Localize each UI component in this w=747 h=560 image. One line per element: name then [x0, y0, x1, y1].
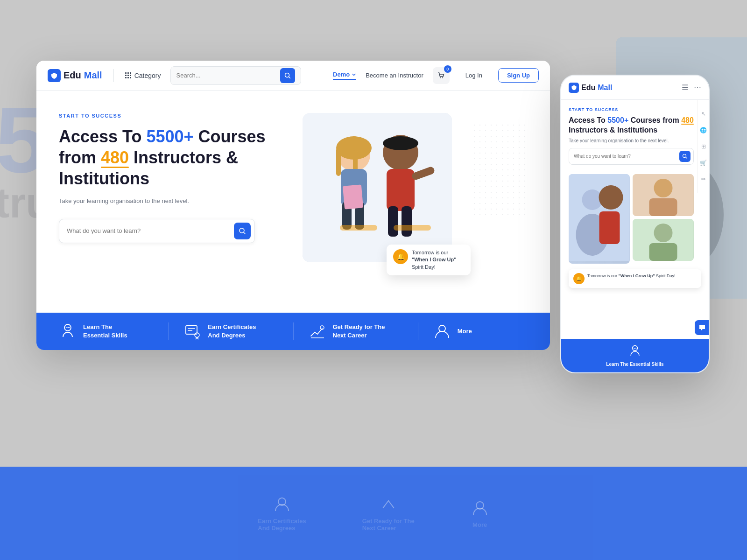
mobile-search-button[interactable] — [679, 151, 691, 162]
svg-point-39 — [654, 179, 673, 197]
desktop-window: EduMall Category Demo — [36, 61, 550, 350]
sidebar-pen-icon[interactable]: ✏ — [700, 175, 707, 183]
mobile-image-1 — [569, 174, 630, 264]
search-input[interactable] — [176, 72, 276, 79]
hero-search-button[interactable] — [234, 223, 251, 239]
svg-rect-28 — [186, 326, 197, 334]
svg-point-36 — [599, 185, 623, 210]
hero-subtitle: Take your learning organisation to the n… — [59, 196, 284, 206]
nav-links: Demo Become an Instructor 0 Log In Sign … — [333, 67, 539, 84]
hero-right: 🔔 Tomorrow is our "When I Grow Up" Spiri… — [303, 113, 528, 313]
bottom-bar-item-2: Earn CertificatesAnd Degrees — [169, 322, 293, 340]
brain-icon — [59, 322, 77, 340]
svg-rect-23 — [402, 206, 412, 237]
bottom-bar: Learn TheEssential Skills Earn Certifica… — [36, 313, 550, 350]
mobile-bottom-brain-icon — [628, 344, 641, 360]
bg-bar-item-1: Earn Certificates And Degrees — [258, 495, 306, 532]
notification-popup: 🔔 Tomorrow is our "When I Grow Up" Spiri… — [387, 245, 471, 275]
mobile-subtitle: Take your learning organisation to the n… — [569, 138, 694, 143]
hero-section: START TO SUCCESS Access To 5500+ Courses… — [36, 91, 550, 313]
mobile-image-2 — [633, 174, 694, 216]
bottom-bar-item-1: Learn TheEssential Skills — [59, 322, 169, 340]
mobile-hero-tag: START TO SUCCESS — [569, 107, 694, 112]
bottom-bar-item-3: Get Ready for TheNext Career — [294, 322, 418, 340]
mobile-notif-text: Tomorrow is our "When I Grow Up" Spirit … — [587, 273, 676, 279]
svg-rect-20 — [387, 169, 415, 211]
hero-search[interactable] — [59, 219, 255, 243]
dots-pattern — [472, 122, 528, 216]
svg-point-19 — [383, 136, 418, 150]
sidebar-globe-icon[interactable]: 🌐 — [700, 126, 707, 134]
signup-button[interactable]: Sign Up — [498, 68, 539, 83]
sidebar-cart-icon[interactable]: 🛒 — [700, 159, 707, 167]
mobile-search[interactable] — [569, 148, 694, 165]
nav-instructor[interactable]: Become an Instructor — [366, 72, 423, 79]
notification-bell-icon: 🔔 — [393, 249, 408, 264]
bottom-bar-item-4: More — [418, 322, 528, 340]
mobile-images — [561, 170, 709, 267]
mobile-notif-bell-icon: 🔔 — [573, 273, 585, 284]
certificate-icon — [183, 322, 201, 340]
svg-rect-37 — [599, 211, 620, 244]
hero-image — [303, 113, 452, 262]
notification-text: Tomorrow is our "When I Grow Up" Spirit … — [412, 249, 464, 271]
mobile-bottom-bar: Learn The Essential Skills — [561, 339, 709, 372]
nav-demo[interactable]: Demo — [333, 71, 356, 80]
mobile-chat-button[interactable] — [695, 320, 710, 335]
bg-bar-item-3: More — [471, 499, 489, 528]
svg-rect-22 — [388, 206, 398, 237]
sidebar-grid-icon[interactable]: ⊞ — [700, 143, 707, 150]
mobile-logo-icon — [569, 83, 579, 93]
mobile-hero-title: Access To 5500+ Courses from 480 Instruc… — [569, 116, 694, 135]
hero-tag: START TO SUCCESS — [59, 113, 284, 119]
svg-rect-24 — [343, 184, 363, 209]
bottom-label-4: More — [458, 327, 472, 336]
mobile-bottom-label: Learn The Essential Skills — [606, 362, 663, 367]
mobile-sidebar: ↖ 🌐 ⊞ 🛒 ✏ — [698, 100, 709, 193]
mobile-nav: EduMall ☰ ⋯ — [561, 76, 709, 100]
hero-left: START TO SUCCESS Access To 5500+ Courses… — [59, 113, 284, 313]
logo[interactable]: EduMall — [48, 69, 102, 82]
nav-category[interactable]: Category — [125, 72, 161, 79]
hero-title: Access To 5500+ Courses from 480 Instruc… — [59, 126, 284, 189]
bg-bar-item-2: Get Ready for The Next Career — [362, 495, 415, 532]
svg-point-8 — [442, 77, 443, 78]
mobile-hero: START TO SUCCESS Access To 5500+ Courses… — [561, 100, 709, 170]
svg-rect-25 — [340, 225, 377, 231]
nav-bar: EduMall Category Demo — [36, 61, 550, 91]
bottom-label-3: Get Ready for TheNext Career — [333, 323, 385, 340]
mobile-notification: 🔔 Tomorrow is our "When I Grow Up" Spiri… — [569, 269, 701, 288]
mobile-menu-icon[interactable]: ☰ — [682, 83, 688, 92]
svg-rect-10 — [303, 113, 452, 262]
mobile-image-3 — [633, 219, 694, 261]
mobile-search-input[interactable] — [574, 154, 677, 159]
svg-rect-43 — [649, 243, 677, 261]
svg-point-32 — [683, 154, 686, 157]
search-button[interactable] — [280, 68, 295, 83]
svg-rect-40 — [649, 198, 677, 216]
mobile-device: EduMall ☰ ⋯ ↖ 🌐 ⊞ 🛒 ✏ START TO SUCCESS A… — [560, 75, 710, 373]
hero-search-input[interactable] — [67, 227, 230, 234]
cart-badge: 0 — [444, 65, 451, 73]
cart-button[interactable]: 0 — [433, 67, 450, 84]
nav-divider — [113, 69, 114, 82]
svg-point-31 — [439, 325, 445, 332]
sidebar-cursor-icon[interactable]: ↖ — [700, 110, 707, 118]
bottom-label-2: Earn CertificatesAnd Degrees — [208, 323, 256, 340]
login-button[interactable]: Log In — [459, 68, 489, 83]
bottom-label-1: Learn TheEssential Skills — [83, 323, 127, 340]
logo-icon — [48, 69, 61, 82]
mobile-logo[interactable]: EduMall — [569, 83, 612, 93]
svg-point-7 — [440, 77, 441, 78]
svg-rect-26 — [394, 225, 431, 231]
career-icon — [309, 322, 326, 340]
person-icon — [433, 322, 451, 340]
mobile-more-icon[interactable]: ⋯ — [694, 83, 701, 92]
grid-icon — [125, 72, 132, 78]
search-bar[interactable] — [170, 66, 301, 85]
svg-point-42 — [654, 224, 673, 242]
mobile-nav-actions: ☰ ⋯ — [682, 83, 701, 92]
bg-bottom-bar: Earn Certificates And Degrees Get Ready … — [0, 467, 747, 560]
svg-rect-13 — [336, 148, 341, 176]
